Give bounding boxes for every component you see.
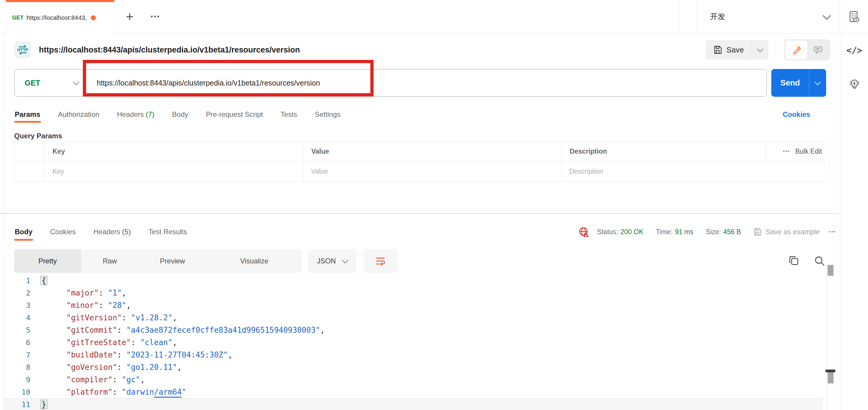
chevron-down-icon — [757, 46, 763, 52]
code-line: 6 "gitTreeState": "clean", — [4, 336, 823, 349]
description-input[interactable]: Description — [562, 162, 830, 181]
send-button[interactable]: Send — [771, 69, 826, 97]
code-line: 1 { — [4, 274, 823, 287]
response-tab-body[interactable]: Body — [14, 222, 33, 242]
cookies-link[interactable]: Cookies — [783, 110, 810, 119]
save-button-group: Save — [706, 40, 768, 60]
status-value: 200 OK — [620, 228, 643, 236]
tab-headers[interactable]: Headers (7) — [117, 105, 155, 124]
save-as-example-button[interactable]: Save as example — [753, 228, 819, 236]
key-input[interactable]: Key — [45, 162, 303, 181]
response-tab-headers[interactable]: Headers (5) — [93, 222, 131, 242]
active-tab-underline — [14, 121, 41, 123]
api-client-window: GET https://localhost:8443, + ••• 开发 — [0, 0, 868, 410]
row-handle-cell — [14, 162, 45, 181]
send-options-button[interactable] — [809, 69, 826, 97]
code-line: 5 "gitCommit": "a4c3ae872fecef0cffe83a41… — [4, 324, 823, 336]
bulk-edit-button[interactable]: Bulk Edit — [795, 147, 822, 155]
code-line: 10 "platform": "darwin/arm64" — [4, 386, 823, 398]
wrap-lines-button[interactable] — [364, 249, 397, 273]
copy-response-button[interactable] — [786, 254, 801, 268]
scrollbar-thumb[interactable] — [828, 265, 834, 276]
edit-mode-button[interactable] — [786, 41, 807, 59]
response-tab-test-results[interactable]: Test Results — [148, 222, 187, 242]
tab-params[interactable]: Params — [14, 105, 41, 124]
column-header-value: Value — [304, 142, 562, 161]
response-view-switcher: Pretty Raw Preview Visualize — [14, 249, 302, 273]
view-pretty[interactable]: Pretty — [14, 249, 81, 273]
url-row: GET https://localhost:8443/apis/clusterp… — [4, 66, 840, 100]
code-line: 4 "gitVersion": "v1.28.2", — [4, 312, 823, 324]
code-line: 3 "minor": "28", — [4, 299, 823, 312]
environment-quick-look-button[interactable] — [840, 0, 868, 33]
open-brace: { — [40, 276, 48, 285]
scrollbar-end-cap — [826, 370, 835, 372]
size-value: 456 B — [723, 228, 741, 236]
scrollbar-thumb-bottom[interactable] — [828, 372, 834, 383]
tab-method-badge: GET — [12, 14, 24, 21]
response-tabs: Body Cookies Headers (5) Test Results St… — [4, 218, 840, 245]
column-header-description: Description — [562, 142, 766, 161]
active-tab-accent — [6, 0, 115, 2]
new-tab-button[interactable]: + — [121, 8, 138, 25]
network-warning-icon[interactable] — [579, 227, 589, 237]
size-indicator[interactable]: Size:456 B — [706, 228, 741, 236]
view-visualize[interactable]: Visualize — [206, 249, 302, 273]
time-value: 91 ms — [675, 228, 693, 236]
method-selector[interactable]: GET — [15, 79, 87, 87]
pencil-icon — [792, 46, 801, 54]
tab-tests[interactable]: Tests — [280, 105, 298, 124]
response-more-icon[interactable]: ••• — [829, 229, 836, 235]
search-response-button[interactable] — [813, 254, 827, 268]
status-indicator[interactable]: Status:200 OK — [597, 228, 644, 236]
environment-quick-look-icon — [848, 10, 861, 23]
tab-authorization[interactable]: Authorization — [58, 105, 100, 124]
environment-selector[interactable]: 开发 — [696, 0, 840, 33]
platform-link[interactable]: /arm64 — [154, 388, 182, 397]
hints-button[interactable] — [840, 78, 868, 91]
row-handle-column — [14, 142, 45, 161]
code-line: 8 "goVersion": "go1.20.11", — [4, 361, 823, 374]
request-tab-bar: GET https://localhost:8443, + ••• 开发 — [0, 0, 868, 33]
tab-options-button[interactable]: ••• — [145, 8, 166, 25]
comment-icon — [814, 46, 823, 54]
unsaved-changes-dot — [91, 15, 96, 20]
chevron-down-icon — [823, 11, 831, 20]
view-preview[interactable]: Preview — [138, 249, 206, 273]
code-snippet-button[interactable]: </> — [840, 45, 868, 55]
save-floppy-icon — [753, 228, 762, 236]
view-raw[interactable]: Raw — [81, 249, 138, 273]
response-tab-cookies[interactable]: Cookies — [50, 222, 76, 242]
tab-pre-request-script[interactable]: Pre-request Script — [205, 105, 263, 124]
code-line: 2 "major": "1", — [4, 287, 823, 299]
wrap-lines-icon — [375, 256, 386, 267]
tab-body[interactable]: Body — [172, 105, 189, 124]
tab-settings[interactable]: Settings — [314, 105, 341, 124]
value-input[interactable]: Value — [303, 162, 561, 181]
request-tab[interactable]: GET https://localhost:8443, — [6, 0, 115, 34]
save-options-button[interactable] — [751, 40, 768, 60]
chevron-down-icon — [73, 79, 79, 85]
copy-icon — [787, 255, 799, 267]
params-more-icon[interactable]: ••• — [783, 148, 790, 154]
url-input[interactable]: https://localhost:8443/apis/clusterpedia… — [87, 79, 320, 87]
time-indicator[interactable]: Time:91 ms — [656, 228, 693, 236]
format-selector[interactable]: JSON — [308, 249, 356, 273]
response-headers-count: (5) — [122, 228, 131, 236]
save-button[interactable]: Save — [706, 40, 751, 60]
comments-button[interactable] — [807, 41, 829, 59]
method-label: GET — [25, 79, 40, 87]
code-line: 9 "compiler": "gc", — [4, 374, 823, 386]
code-line: 7 "buildDate": "2023-11-27T04:45:30Z", — [4, 349, 823, 361]
request-header: HTTP https://localhost:8443/apis/cluster… — [4, 33, 840, 66]
tabbar-divider — [680, 0, 680, 33]
query-params-header-row: Key Value Description ••• Bulk Edit — [14, 141, 830, 162]
search-icon — [814, 255, 826, 267]
chevron-down-icon — [815, 79, 821, 85]
svg-text:HTTP: HTTP — [18, 48, 28, 52]
request-title: https://localhost:8443/apis/clusterpedia… — [39, 46, 300, 55]
send-label: Send — [771, 69, 809, 97]
request-response-splitter[interactable] — [0, 213, 840, 213]
response-body-editor[interactable]: 1 { 2 "major": "1", 3 "minor": "28", 4 "… — [4, 274, 823, 410]
query-params-table: Key Value Description ••• Bulk Edit Key … — [14, 141, 830, 182]
